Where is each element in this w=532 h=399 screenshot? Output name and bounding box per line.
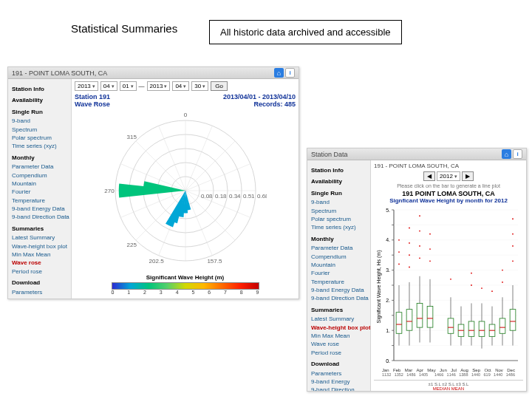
sidebar-item[interactable]: 9-band xyxy=(311,199,366,206)
rose-header: Station 191 Wave Rose 2013/04/01 - 2013/… xyxy=(75,93,296,108)
main-left: 2013 04 01 — 2013 04 30 Go Station 191 W… xyxy=(72,79,299,299)
year-select[interactable]: 2012 xyxy=(437,171,460,181)
sidebar-item[interactable]: Temperature xyxy=(311,279,366,286)
year-next-button[interactable]: ▶ xyxy=(462,171,474,181)
sidebar-item[interactable]: Mountain xyxy=(12,180,67,188)
svg-line-19 xyxy=(135,141,185,191)
sidebar-group-heading: Download xyxy=(311,361,366,368)
svg-text:3.: 3. xyxy=(386,267,390,273)
sidebar-item[interactable]: Min Max Mean xyxy=(12,251,67,259)
svg-point-65 xyxy=(398,251,400,253)
legend-tick: 4 xyxy=(176,290,179,295)
svg-point-71 xyxy=(409,254,410,256)
svg-line-8 xyxy=(185,164,250,191)
end-day-select[interactable]: 30 xyxy=(191,81,208,91)
boxplot-count-row: 1132135214861405146611461388144061914401… xyxy=(382,372,515,377)
svg-point-80 xyxy=(419,215,420,216)
legend-tick: 0 xyxy=(112,290,115,295)
boxplot-footer: ±1 S.L ±2 S.L ±3 S.L MEDIAN MEAN xyxy=(374,380,523,391)
sidebar-item[interactable]: Parameter Data xyxy=(311,245,366,252)
sidebar-item[interactable]: Latest Summary xyxy=(311,316,366,323)
year-prev-button[interactable]: ◀ xyxy=(423,171,435,181)
svg-point-84 xyxy=(429,260,431,262)
sidebar-group-heading: Monthly xyxy=(12,154,67,162)
titlebar-right: Station Data ⌂ i xyxy=(307,149,526,160)
sidebar-group-heading: Availability xyxy=(12,97,67,104)
sidebar-item[interactable]: 9-band Energy xyxy=(311,378,366,386)
svg-point-110 xyxy=(502,282,503,283)
sidebar-item[interactable]: Min Max Mean xyxy=(311,332,366,340)
sidebar-item[interactable]: 9-band Energy Data xyxy=(311,287,366,294)
sidebar-item[interactable]: 9-band Direction xyxy=(311,386,366,391)
rose-title-label: Wave Rose xyxy=(75,100,110,108)
sidebar-item[interactable]: 9-band Direction Data xyxy=(12,214,67,221)
sidebar-item[interactable]: Parameter Data xyxy=(12,163,67,171)
svg-point-117 xyxy=(512,233,514,235)
sidebar-item[interactable]: Wave rose xyxy=(12,259,67,267)
start-day-select[interactable]: 01 xyxy=(120,81,137,91)
svg-text:0.68: 0.68 xyxy=(257,193,267,200)
sidebar-item[interactable]: Compendium xyxy=(311,253,366,261)
sidebar-item[interactable]: Compendium xyxy=(12,172,67,180)
count-label: 1146 xyxy=(447,372,456,377)
sidebar-item[interactable]: Temperature xyxy=(12,197,67,205)
end-year-select[interactable]: 2013 xyxy=(147,81,171,91)
sidebar-item[interactable]: Fourier xyxy=(12,188,67,196)
svg-point-78 xyxy=(419,245,420,247)
sidebar-item[interactable]: Period rose xyxy=(12,268,67,276)
svg-point-106 xyxy=(491,290,493,292)
info-icon[interactable]: i xyxy=(513,149,522,159)
sidebar-item[interactable]: Parameters xyxy=(12,289,67,296)
svg-point-77 xyxy=(419,257,420,259)
svg-rect-113 xyxy=(510,310,516,331)
svg-point-102 xyxy=(481,287,482,289)
svg-line-6 xyxy=(185,126,212,191)
svg-rect-68 xyxy=(406,310,412,331)
svg-text:0.18: 0.18 xyxy=(215,193,227,200)
sidebar-item[interactable]: Period rose xyxy=(311,349,366,357)
sidebar-item[interactable]: Polar spectrum xyxy=(311,216,366,223)
info-icon[interactable]: i xyxy=(285,68,295,78)
sidebar-item[interactable]: 9-band Energy Data xyxy=(12,205,67,213)
sidebar-item[interactable]: Fourier xyxy=(311,270,366,277)
start-year-select[interactable]: 2013 xyxy=(75,81,98,91)
end-month-select[interactable]: 04 xyxy=(172,81,189,91)
sidebar-item[interactable]: Parameters xyxy=(311,370,366,378)
sidebar-item[interactable]: Spectrum xyxy=(311,208,366,215)
panel-wave-rose: 191 - POINT LOMA SOUTH, CA ⌂ i Station I… xyxy=(7,66,299,299)
svg-point-79 xyxy=(419,231,420,232)
sidebar-item[interactable]: Time series (xyz) xyxy=(12,143,67,150)
sidebar-group-heading: Monthly xyxy=(311,236,366,243)
sidebar-item[interactable]: 9-band xyxy=(12,117,67,125)
count-label: 1466 xyxy=(434,372,443,377)
count-label: 619 xyxy=(484,372,491,377)
svg-point-98 xyxy=(471,273,472,274)
svg-rect-95 xyxy=(468,321,474,336)
sidebar-item[interactable]: Time series (xyz) xyxy=(311,224,366,231)
legend-tick: 3 xyxy=(160,290,163,295)
sidebar-item[interactable]: 9-band Energy xyxy=(12,297,67,299)
rose-legend-bar xyxy=(112,282,259,290)
sidebar-item[interactable]: Spectrum xyxy=(12,126,67,134)
page-title: Statistical Summaries xyxy=(71,22,177,35)
home-icon[interactable]: ⌂ xyxy=(502,149,511,159)
sidebar-group-heading: Single Run xyxy=(12,109,67,116)
sidebar-item[interactable]: Wave-height box plot xyxy=(311,324,366,332)
count-label: 1486 xyxy=(506,372,515,377)
sidebar-item[interactable]: Wave rose xyxy=(311,341,366,348)
svg-point-73 xyxy=(409,228,410,229)
go-button[interactable]: Go xyxy=(211,81,228,91)
start-month-select[interactable]: 04 xyxy=(100,81,117,91)
rose-legend-title: Significant Wave Height (m) xyxy=(75,274,296,281)
sidebar-item[interactable]: Polar spectrum xyxy=(12,134,67,142)
svg-text:5.: 5. xyxy=(386,208,390,213)
boxplot-chart[interactable]: 0.1.2.3.4.5.Significant Wave Height, Hs … xyxy=(375,205,522,368)
sidebar-item[interactable]: 9-band Direction Data xyxy=(311,295,366,302)
sidebar-item[interactable]: Latest Summary xyxy=(12,234,67,242)
svg-text:270: 270 xyxy=(104,188,115,194)
home-icon[interactable]: ⌂ xyxy=(274,68,284,78)
sidebar-item[interactable]: Mountain xyxy=(311,262,366,269)
rose-station-label: Station 191 xyxy=(75,93,110,100)
sidebar-item[interactable]: Wave-height box plot xyxy=(12,243,67,250)
svg-rect-75 xyxy=(417,303,423,327)
